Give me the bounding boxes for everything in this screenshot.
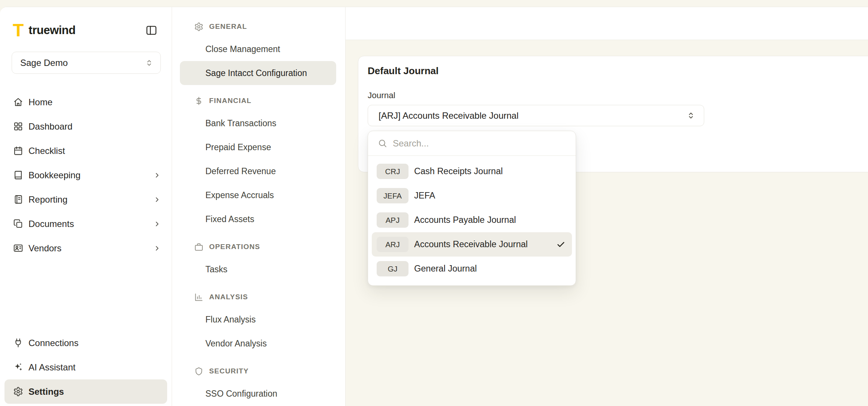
settings-nav-item-expense-accruals[interactable]: Expense Accruals	[180, 183, 336, 207]
chevron-right-icon	[153, 196, 161, 204]
journal-field-label: Journal	[368, 90, 868, 101]
main-content: Default Journal Journal [ARJ] Accounts R…	[346, 7, 868, 406]
gear-icon	[194, 22, 204, 31]
brand-name: truewind	[28, 24, 75, 37]
settings-nav-item-label: Expense Accruals	[205, 190, 274, 200]
journal-code-badge: APJ	[377, 212, 409, 228]
journal-option-crj[interactable]: CRJ Cash Receipts Journal	[372, 159, 572, 184]
main-header	[346, 7, 868, 40]
settings-nav-item-label: Deferred Revenue	[205, 166, 276, 176]
journal-search-input[interactable]	[393, 138, 570, 149]
workspace-name: Sage Demo	[20, 58, 68, 68]
settings-nav-item-sso-configuration[interactable]: SSO Configuration	[180, 382, 336, 406]
settings-nav-item-vendor-analysis[interactable]: Vendor Analysis	[180, 331, 336, 355]
notebook-icon	[13, 194, 23, 204]
settings-nav-item-sage-intacct-configuration[interactable]: Sage Intacct Configuration	[180, 61, 336, 85]
settings-nav-item-close-management[interactable]: Close Management	[180, 37, 336, 61]
sidebar-item-documents[interactable]: Documents	[0, 212, 172, 236]
journal-option-jefa[interactable]: JEFA JEFA	[372, 184, 572, 208]
calendar-icon	[13, 146, 23, 156]
settings-nav-item-bank-transactions[interactable]: Bank Transactions	[180, 111, 336, 135]
sidebar-item-reporting[interactable]: Reporting	[0, 187, 172, 212]
app-frame: T truewind Sage Demo Home Dashboard Chec…	[0, 7, 868, 406]
journal-dropdown: CRJ Cash Receipts Journal JEFA JEFA APJ …	[368, 131, 576, 286]
dropdown-search-row	[368, 131, 576, 156]
journal-option-label: General Journal	[414, 264, 477, 274]
settings-nav-item-flux-analysis[interactable]: Flux Analysis	[180, 307, 336, 331]
chevron-right-icon	[153, 220, 161, 228]
settings-section-financial: FINANCIAL	[172, 90, 345, 111]
journal-option-label: Accounts Receivable Journal	[414, 239, 528, 249]
settings-section-analysis: ANALYSIS	[172, 287, 345, 307]
settings-nav-item-label: Vendor Analysis	[205, 339, 267, 349]
journal-code-badge: JEFA	[377, 188, 409, 203]
dashboard-grid-icon	[13, 121, 23, 131]
settings-section-security: SECURITY	[172, 361, 345, 382]
sidebar-item-label: Vendors	[28, 243, 61, 254]
journal-option-apj[interactable]: APJ Accounts Payable Journal	[372, 208, 572, 232]
home-icon	[13, 97, 23, 107]
sidebar-item-label: Reporting	[28, 194, 67, 205]
truewind-logo-icon: T	[13, 21, 24, 39]
settings-nav-item-label: Bank Transactions	[205, 118, 276, 128]
settings-nav-item-label: Flux Analysis	[205, 315, 256, 325]
sidebar-item-label: Connections	[28, 338, 78, 348]
settings-nav-item-label: Prepaid Expense	[205, 142, 271, 152]
journal-option-label: Cash Receipts Journal	[414, 166, 503, 176]
chart-icon	[194, 293, 204, 302]
sidebar-item-checklist[interactable]: Checklist	[0, 139, 172, 163]
settings-section-label: FINANCIAL	[209, 97, 251, 105]
panel-left-icon	[145, 24, 158, 37]
search-icon	[378, 139, 387, 148]
sidebar-item-label: Settings	[28, 387, 64, 397]
book-icon	[13, 170, 23, 180]
settings-nav-item-deferred-revenue[interactable]: Deferred Revenue	[180, 159, 336, 183]
sidebar-item-label: Dashboard	[28, 121, 72, 132]
sidebar-item-home[interactable]: Home	[0, 90, 172, 114]
sidebar-item-label: AI Assistant	[28, 362, 75, 373]
sparkles-icon	[13, 362, 23, 372]
sidebar-footer: Connections AI Assistant Settings	[0, 331, 172, 406]
sidebar: T truewind Sage Demo Home Dashboard Chec…	[0, 7, 172, 406]
copy-icon	[13, 219, 23, 229]
chevron-right-icon	[153, 171, 161, 179]
journal-select[interactable]: [ARJ] Accounts Receivable Journal	[368, 105, 704, 126]
journal-code-badge: CRJ	[377, 164, 409, 179]
journal-option-arj[interactable]: ARJ Accounts Receivable Journal	[372, 232, 572, 257]
contact-card-icon	[13, 243, 23, 253]
settings-nav: GENERAL Close Management Sage Intacct Co…	[172, 7, 346, 406]
sidebar-item-label: Checklist	[28, 146, 65, 156]
settings-nav-item-label: Sage Intacct Configuration	[205, 68, 307, 78]
settings-nav-item-prepaid-expense[interactable]: Prepaid Expense	[180, 135, 336, 159]
sidebar-toggle-button[interactable]	[145, 24, 158, 37]
settings-nav-item-label: Fixed Assets	[205, 214, 254, 224]
sidebar-header: T truewind	[0, 7, 172, 46]
sidebar-item-label: Bookkeeping	[28, 170, 81, 181]
settings-section-label: ANALYSIS	[209, 293, 248, 301]
briefcase-icon	[194, 242, 204, 252]
sidebar-item-vendors[interactable]: Vendors	[0, 236, 172, 260]
settings-nav-item-label: SSO Configuration	[205, 389, 277, 399]
card-title: Default Journal	[368, 65, 868, 76]
shield-icon	[194, 367, 204, 376]
settings-nav-item-tasks[interactable]: Tasks	[180, 257, 336, 281]
settings-nav-item-fixed-assets[interactable]: Fixed Assets	[180, 207, 336, 231]
sidebar-item-ai-assistant[interactable]: AI Assistant	[4, 355, 167, 379]
settings-section-label: GENERAL	[209, 22, 247, 31]
settings-section-operations: OPERATIONS	[172, 236, 345, 257]
journal-option-label: JEFA	[414, 191, 435, 201]
sidebar-item-dashboard[interactable]: Dashboard	[0, 114, 172, 139]
plug-icon	[13, 338, 23, 348]
settings-section-label: SECURITY	[209, 367, 249, 375]
settings-nav-item-label: Close Management	[205, 44, 280, 54]
sidebar-item-connections[interactable]: Connections	[4, 331, 167, 355]
sidebar-item-bookkeeping[interactable]: Bookkeeping	[0, 163, 172, 187]
journal-option-gj[interactable]: GJ General Journal	[372, 257, 572, 281]
sidebar-item-label: Home	[28, 97, 52, 107]
chevron-right-icon	[153, 244, 161, 252]
workspace-selector[interactable]: Sage Demo	[12, 52, 161, 74]
sidebar-item-label: Documents	[28, 219, 74, 229]
journal-code-badge: GJ	[377, 261, 409, 276]
chevrons-up-down-icon	[686, 111, 696, 120]
sidebar-item-settings[interactable]: Settings	[4, 379, 167, 404]
